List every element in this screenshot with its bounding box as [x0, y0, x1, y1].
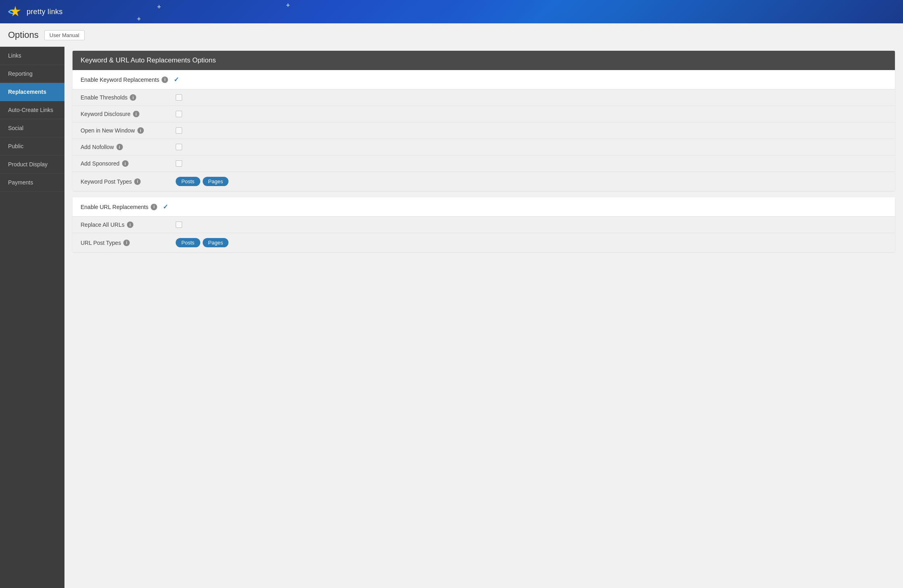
logo-text: pretty links [27, 8, 63, 16]
keyword-post-types-label: Keyword Post Types i [81, 178, 169, 185]
replace-all-urls-row: Replace All URLs i [73, 217, 895, 233]
add-sponsored-info-icon[interactable]: i [122, 160, 129, 167]
main-layout: Links Reporting Replacements Auto-Create… [0, 47, 903, 588]
keyword-post-types-tag-pages: Pages [203, 177, 229, 186]
enable-keyword-checkmark: ✓ [174, 76, 179, 83]
enable-url-info-icon[interactable]: i [151, 204, 157, 210]
decorative-plus-2: + [286, 2, 290, 9]
keyword-post-types-row: Keyword Post Types i Posts Pages [73, 172, 895, 191]
add-sponsored-row: Add Sponsored i [73, 155, 895, 172]
enable-thresholds-info-icon[interactable]: i [130, 94, 136, 101]
app-header: pretty links + + + [0, 0, 903, 23]
enable-thresholds-label: Enable Thresholds i [81, 94, 169, 101]
add-sponsored-checkbox[interactable] [176, 160, 182, 167]
main-content: Keyword & URL Auto Replacements Options … [64, 47, 903, 588]
url-post-types-tags: Posts Pages [176, 238, 228, 247]
enable-url-row: Enable URL Replacements i ✓ [73, 197, 895, 216]
enable-url-checkmark: ✓ [163, 203, 168, 211]
sidebar-item-product-display[interactable]: Product Display [0, 155, 64, 174]
url-section-card: Enable URL Replacements i ✓ Replace All … [73, 197, 895, 252]
enable-keyword-info-icon[interactable]: i [162, 77, 168, 83]
enable-keyword-row: Enable Keyword Replacements i ✓ [73, 70, 895, 89]
enable-keyword-label: Enable Keyword Replacements i [81, 77, 168, 83]
url-post-types-info-icon[interactable]: i [123, 240, 130, 246]
keyword-section-title: Keyword & URL Auto Replacements Options [81, 56, 216, 64]
url-sub-section: Replace All URLs i URL Post Types i Post… [73, 216, 895, 252]
add-nofollow-checkbox[interactable] [176, 144, 182, 150]
add-nofollow-info-icon[interactable]: i [116, 144, 123, 150]
keyword-sub-section: Enable Thresholds i Keyword Disclosure i [73, 89, 895, 191]
url-post-types-tag-pages: Pages [203, 238, 229, 247]
sidebar-item-public[interactable]: Public [0, 137, 64, 155]
page-title-area: Options User Manual [0, 23, 903, 47]
url-post-types-tag-posts: Posts [176, 238, 200, 247]
add-nofollow-label: Add Nofollow i [81, 144, 169, 150]
logo-star-icon [8, 4, 23, 19]
open-new-window-label: Open in New Window i [81, 127, 169, 134]
enable-thresholds-row: Enable Thresholds i [73, 89, 895, 106]
page-title: Options [8, 30, 39, 40]
svg-marker-0 [10, 6, 20, 16]
keyword-post-types-tag-posts: Posts [176, 177, 200, 186]
keyword-disclosure-row: Keyword Disclosure i [73, 106, 895, 122]
open-new-window-row: Open in New Window i [73, 122, 895, 139]
decorative-plus-1: + [157, 3, 161, 10]
keyword-disclosure-label: Keyword Disclosure i [81, 111, 169, 117]
keyword-disclosure-checkbox[interactable] [176, 111, 182, 117]
sidebar-item-links[interactable]: Links [0, 47, 64, 65]
replace-all-urls-info-icon[interactable]: i [127, 222, 133, 228]
enable-thresholds-checkbox[interactable] [176, 94, 182, 101]
replace-all-urls-checkbox[interactable] [176, 222, 182, 228]
sidebar: Links Reporting Replacements Auto-Create… [0, 47, 64, 588]
keyword-section-card: Keyword & URL Auto Replacements Options … [73, 51, 895, 191]
user-manual-button[interactable]: User Manual [44, 30, 85, 40]
sidebar-item-replacements[interactable]: Replacements [0, 83, 64, 101]
url-post-types-label: URL Post Types i [81, 240, 169, 246]
replace-all-urls-label: Replace All URLs i [81, 222, 169, 228]
url-post-types-row: URL Post Types i Posts Pages [73, 233, 895, 252]
keyword-post-types-tags: Posts Pages [176, 177, 228, 186]
keyword-section-header: Keyword & URL Auto Replacements Options [73, 51, 895, 70]
open-new-window-checkbox[interactable] [176, 127, 182, 134]
add-nofollow-row: Add Nofollow i [73, 139, 895, 155]
decorative-plus-3: + [137, 15, 141, 23]
logo-area: pretty links [8, 4, 63, 19]
sidebar-item-payments[interactable]: Payments [0, 174, 64, 192]
sidebar-item-social[interactable]: Social [0, 119, 64, 137]
sidebar-item-reporting[interactable]: Reporting [0, 65, 64, 83]
keyword-disclosure-info-icon[interactable]: i [133, 111, 139, 117]
open-new-window-info-icon[interactable]: i [137, 127, 144, 134]
sidebar-item-auto-create-links[interactable]: Auto-Create Links [0, 101, 64, 119]
add-sponsored-label: Add Sponsored i [81, 160, 169, 167]
enable-url-label: Enable URL Replacements i [81, 204, 157, 210]
keyword-post-types-info-icon[interactable]: i [134, 178, 141, 185]
